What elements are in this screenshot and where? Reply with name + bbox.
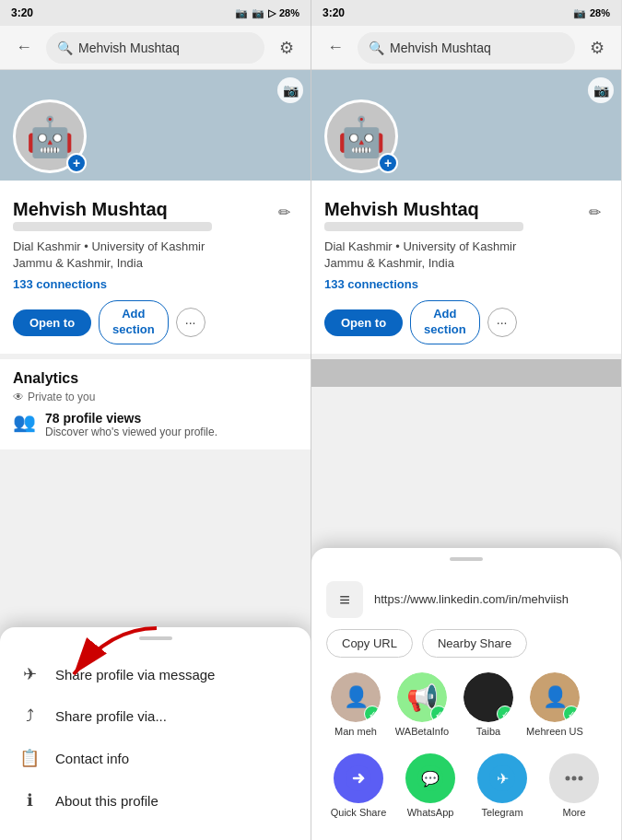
profile-actions-right: Open to Addsection ··· [324, 300, 608, 344]
time-left: 3:20 [11, 6, 33, 19]
send-icon-left: ✈ [18, 664, 41, 684]
contact-icon-left: 📋 [18, 748, 41, 768]
status-icons-right: 📷 28% [573, 7, 610, 19]
svg-point-7 [566, 776, 570, 781]
quick-share-label: Quick Share [331, 807, 387, 818]
open-to-button-right[interactable]: Open to [324, 309, 403, 336]
camera-button-left[interactable]: 📷 [277, 77, 303, 103]
avatar-left: 🤖 + [13, 99, 87, 173]
status-icons-left: 📷 📷 ▷ 28% [235, 7, 299, 19]
contact-avatar-1: 📢 ✓ [397, 672, 447, 722]
add-section-button-left[interactable]: Addsection [99, 300, 169, 344]
more-apps-label: More [562, 807, 585, 818]
share-icon-left: ⤴ [18, 706, 41, 726]
wa-badge-2: ✓ [497, 706, 513, 722]
sheet-item-contact-info[interactable]: 📋 Contact info [0, 737, 311, 779]
wa-badge-1: ✓ [430, 706, 447, 722]
contact-name-2: Taiba [476, 726, 500, 737]
more-apps-icon [549, 753, 599, 803]
telegram-icon: ✈ [477, 753, 527, 803]
sheet-item-share-message[interactable]: ✈ Share profile via message [0, 653, 311, 695]
svg-text:💬: 💬 [421, 770, 440, 788]
profile-name-left: Mehvish Mushtaq [13, 199, 298, 220]
views-desc-left: Discover who's viewed your profile. [45, 426, 217, 438]
settings-icon-right[interactable]: ⚙ [584, 35, 610, 61]
profile-subtitle-right [324, 222, 523, 231]
share-buttons-row: Copy URL Nearby Share [311, 629, 621, 669]
contact-name-1: WABetaInfo [395, 726, 449, 737]
analytics-title-left: Analytics [13, 370, 298, 387]
contact-item-1[interactable]: 📢 ✓ WABetaInfo [393, 672, 452, 737]
avatar-right: 🤖 + [324, 99, 398, 173]
wa-badge-3: ✓ [563, 706, 580, 722]
quick-share-icon [334, 753, 383, 803]
bottom-sheet-left: ✈ Share profile via message ⤴ Share prof… [0, 627, 311, 840]
url-icon: ≡ [326, 581, 363, 618]
camera-button-right[interactable]: 📷 [588, 77, 614, 103]
share-url-row: ≡ https://www.linkedin.com/in/mehviish [311, 574, 621, 629]
connections-left[interactable]: 133 connections [13, 277, 298, 291]
dim-overlay-right [311, 359, 621, 387]
profile-header-left: 🤖 + 📷 [0, 70, 311, 181]
search-icon-left: 🔍 [57, 41, 73, 55]
sheet-handle-left [139, 636, 172, 640]
contact-item-0[interactable]: 👤 ✓ Man meh [326, 672, 385, 737]
time-right: 3:20 [323, 6, 345, 19]
whatsapp-icon: 💬 [405, 753, 455, 803]
edit-profile-icon-right[interactable]: ✏ [589, 204, 601, 221]
avatar-add-icon-right[interactable]: + [378, 153, 398, 173]
sheet-item-share-via[interactable]: ⤴ Share profile via... [0, 695, 311, 737]
views-count-left: 78 profile views [45, 411, 217, 426]
contact-item-3[interactable]: 👤 ✓ Mehreen US [525, 672, 584, 737]
more-button-left[interactable]: ··· [176, 308, 205, 337]
telegram-label: Telegram [481, 807, 522, 818]
left-panel: 3:20 📷 📷 ▷ 28% ← 🔍 Mehvish Mushtaq ⚙ 🤖 +… [0, 0, 311, 840]
add-section-button-right[interactable]: Addsection [410, 300, 480, 344]
analytics-stat-left: 👥 78 profile views Discover who's viewed… [13, 411, 298, 438]
app-item-whatsapp[interactable]: 💬 WhatsApp [401, 753, 460, 818]
share-sheet-right: ≡ https://www.linkedin.com/in/mehviish C… [311, 548, 621, 840]
app-item-more[interactable]: More [545, 753, 604, 818]
contact-avatar-3: 👤 ✓ [530, 672, 580, 722]
contact-name-3: Mehreen US [526, 726, 583, 737]
info-icon-left: ℹ [18, 790, 41, 811]
profile-header-right: 🤖 + 📷 [311, 70, 621, 181]
app-item-quickshare[interactable]: Quick Share [329, 753, 388, 818]
contacts-row: 👤 ✓ Man meh 📢 ✓ WABetaInfo ✓ Taiba [311, 669, 621, 750]
apps-row: Quick Share 💬 WhatsApp ✈ [311, 750, 621, 822]
profile-name-right: Mehvish Mushtaq [324, 199, 608, 220]
contact-item-2[interactable]: ✓ Taiba [459, 672, 518, 737]
analytics-section-left: Analytics 👁 Private to you 👥 78 profile … [0, 359, 311, 449]
analytics-private-left: 👁 Private to you [13, 391, 298, 403]
svg-text:✈: ✈ [497, 771, 509, 787]
app-item-telegram[interactable]: ✈ Telegram [473, 753, 532, 818]
open-to-button-left[interactable]: Open to [13, 309, 91, 336]
connections-right[interactable]: 133 connections [324, 277, 608, 291]
status-bar-right: 3:20 📷 28% [311, 0, 621, 26]
edit-profile-icon-left[interactable]: ✏ [278, 204, 290, 221]
profile-info-left: ✏ Mehvish Mushtaq Dial Kashmir • Univers… [0, 181, 311, 359]
search-bar-left[interactable]: 🔍 Mehvish Mushtaq [46, 32, 264, 64]
svg-point-8 [572, 776, 577, 781]
search-text-right: Mehvish Mushtaq [390, 41, 491, 55]
back-button-left[interactable]: ← [11, 35, 37, 61]
avatar-add-icon-left[interactable]: + [66, 153, 87, 173]
profile-location-right: Dial Kashmir • University of Kashmir Jam… [324, 239, 608, 272]
more-button-right[interactable]: ··· [487, 308, 517, 337]
right-panel: 3:20 📷 28% ← 🔍 Mehvish Mushtaq ⚙ 🤖 + 📷 ✏… [311, 0, 621, 840]
search-bar-right[interactable]: 🔍 Mehvish Mushtaq [358, 32, 575, 64]
sheet-item-about-profile[interactable]: ℹ About this profile [0, 779, 311, 822]
wa-badge-0: ✓ [364, 706, 381, 722]
nav-bar-right: ← 🔍 Mehvish Mushtaq ⚙ [311, 26, 621, 70]
back-button-right[interactable]: ← [323, 35, 348, 61]
status-bar-left: 3:20 📷 📷 ▷ 28% [0, 0, 311, 26]
search-icon-right: 🔍 [369, 41, 384, 55]
profile-subtitle-left [13, 222, 212, 231]
profile-location-left: Dial Kashmir • University of Kashmir Jam… [13, 239, 298, 272]
settings-icon-left[interactable]: ⚙ [274, 35, 299, 61]
copy-url-button[interactable]: Copy URL [326, 629, 413, 658]
contact-avatar-2: ✓ [464, 672, 513, 722]
stat-icon-left: 👥 [13, 411, 36, 433]
nearby-share-button[interactable]: Nearby Share [422, 629, 527, 658]
search-text-left: Mehvish Mushtaq [78, 41, 180, 55]
